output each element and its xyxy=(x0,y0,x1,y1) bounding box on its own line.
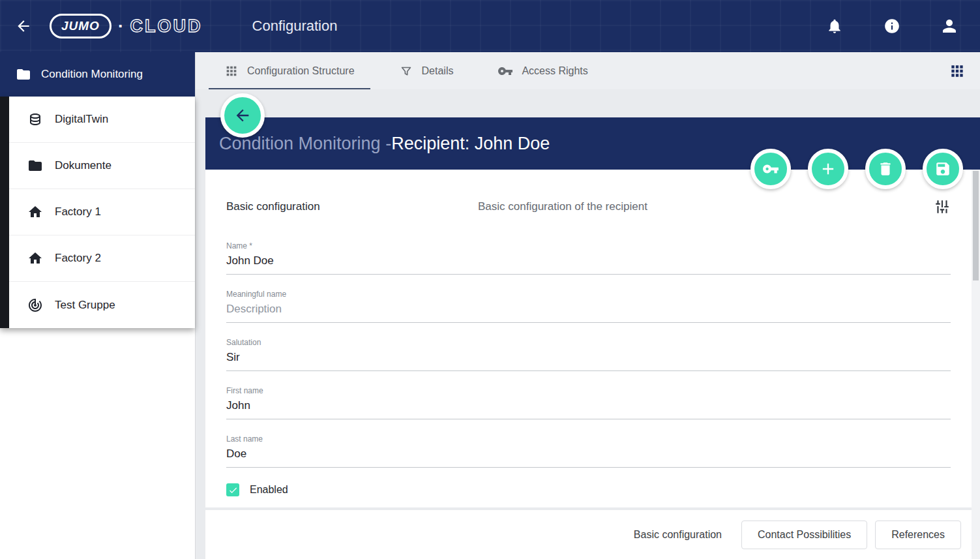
sidebar-item-label: Factory 2 xyxy=(55,252,101,265)
back-arrow-button[interactable] xyxy=(10,13,37,39)
apps-grid-icon xyxy=(949,63,966,80)
sidebar-tree: DigitalTwin Dokumente Factory 1 Factory … xyxy=(0,97,195,328)
arrow-left-icon xyxy=(15,18,32,35)
references-button[interactable]: References xyxy=(875,521,961,549)
save-icon xyxy=(934,160,951,177)
topbar-actions xyxy=(824,15,960,37)
first-name-input[interactable] xyxy=(226,397,951,419)
tune-button[interactable] xyxy=(934,198,951,215)
section-title: Basic configuration xyxy=(226,200,478,213)
account-button[interactable] xyxy=(938,15,960,37)
jumo-cloud-logo: JUMO · CLOUD xyxy=(50,14,203,38)
plus-icon xyxy=(819,160,837,178)
sidebar-item-label: Test Gruppe xyxy=(55,299,115,312)
field-meaningful-name: Meaningful name xyxy=(226,290,951,323)
cloud-wordmark: CLOUD xyxy=(130,16,203,37)
trash-icon xyxy=(877,160,894,177)
field-label: Meaningful name xyxy=(226,290,951,299)
database-icon xyxy=(27,112,43,127)
section-subtitle: Basic configuration of the recipient xyxy=(478,200,934,213)
access-key-fab[interactable] xyxy=(750,149,791,189)
save-fab[interactable] xyxy=(923,149,963,189)
scrollbar-thumb[interactable] xyxy=(973,171,979,280)
info-icon xyxy=(883,18,900,35)
sidebar-item-test-gruppe[interactable]: Test Gruppe xyxy=(9,282,195,328)
delete-fab[interactable] xyxy=(865,149,906,189)
field-first-name: First name xyxy=(226,386,951,419)
field-label: Last name xyxy=(226,434,951,444)
meaningful-name-input[interactable] xyxy=(226,300,951,323)
apps-grid-button[interactable] xyxy=(949,52,966,89)
sidebar-item-factory-1[interactable]: Factory 1 xyxy=(9,189,195,235)
tab-label: Details xyxy=(422,65,454,77)
filter-icon xyxy=(399,64,413,78)
folder-icon xyxy=(16,67,31,82)
sidebar-item-label: DigitalTwin xyxy=(55,113,108,126)
sidebar-item-digitaltwin[interactable]: DigitalTwin xyxy=(9,97,195,143)
tab-label: Access Rights xyxy=(522,65,587,77)
action-fab-row xyxy=(750,149,963,189)
active-section-label: Basic configuration xyxy=(634,529,722,541)
field-label: First name xyxy=(226,386,951,395)
main-content: Configuration Structure Details Access R… xyxy=(196,52,980,559)
salutation-input[interactable] xyxy=(226,348,951,371)
grid-icon xyxy=(224,64,239,78)
info-button[interactable] xyxy=(881,15,903,37)
sidebar-item-label: Dokumente xyxy=(55,159,111,172)
field-last-name: Last name xyxy=(226,434,951,468)
last-name-input[interactable] xyxy=(226,445,951,468)
folder-icon xyxy=(27,158,43,174)
bottom-bar: Basic configuration Contact Possibilitie… xyxy=(205,510,972,559)
bell-icon xyxy=(826,18,843,35)
sidebar-header-label: Condition Monitoring xyxy=(41,68,143,81)
user-icon xyxy=(940,16,959,36)
name-input[interactable] xyxy=(226,252,951,275)
add-fab[interactable] xyxy=(808,149,848,189)
brand-separator: · xyxy=(118,16,124,37)
target-icon xyxy=(27,297,43,313)
tab-access-rights[interactable]: Access Rights xyxy=(482,52,603,89)
panel-title: Recipient: John Doe xyxy=(391,134,550,154)
panel-back-fab[interactable] xyxy=(220,93,265,138)
tab-label: Configuration Structure xyxy=(247,65,355,77)
field-name: Name * xyxy=(226,241,951,275)
home-icon xyxy=(27,204,43,220)
page-title: Configuration xyxy=(252,18,338,35)
tab-details[interactable]: Details xyxy=(383,52,469,89)
jumo-logo: JUMO xyxy=(50,14,111,38)
sidebar-item-factory-2[interactable]: Factory 2 xyxy=(9,235,195,282)
form-card: Basic configuration Basic configuration … xyxy=(205,170,972,507)
field-label: Salutation xyxy=(226,338,951,347)
notifications-button[interactable] xyxy=(824,15,846,37)
arrow-left-icon xyxy=(233,106,252,125)
sidebar-header-condition-monitoring[interactable]: Condition Monitoring xyxy=(0,52,195,97)
contact-possibilities-button[interactable]: Contact Possibilities xyxy=(741,521,867,549)
tab-configuration-structure[interactable]: Configuration Structure xyxy=(209,52,370,89)
tab-bar: Configuration Structure Details Access R… xyxy=(196,52,980,89)
enabled-checkbox-row[interactable]: Enabled xyxy=(226,483,951,496)
topbar: JUMO · CLOUD Configuration xyxy=(0,0,980,52)
key-icon xyxy=(497,63,513,79)
home-icon xyxy=(27,250,43,266)
checkbox-checked-icon[interactable] xyxy=(226,483,239,496)
vertical-scrollbar[interactable] xyxy=(972,170,980,559)
form-fields: Name * Meaningful name Salutation First … xyxy=(205,215,972,468)
sliders-icon xyxy=(934,198,951,215)
sidebar-item-dokumente[interactable]: Dokumente xyxy=(9,143,195,189)
sidebar-item-label: Factory 1 xyxy=(55,205,101,219)
key-icon xyxy=(762,160,779,177)
field-salutation: Salutation xyxy=(226,338,951,371)
field-label: Name * xyxy=(226,241,951,250)
enabled-checkbox-label: Enabled xyxy=(250,484,288,496)
sidebar: Condition Monitoring DigitalTwin Dokumen… xyxy=(0,52,196,559)
